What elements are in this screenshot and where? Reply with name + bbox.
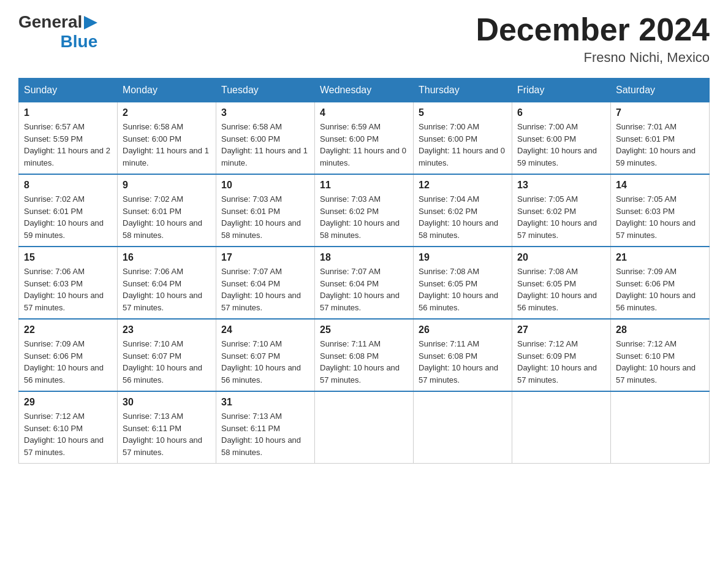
day-info: Sunrise: 7:01 AMSunset: 6:01 PMDaylight:… bbox=[616, 121, 704, 169]
calendar-day-cell bbox=[611, 391, 710, 464]
calendar-day-cell: 21Sunrise: 7:09 AMSunset: 6:06 PMDayligh… bbox=[611, 247, 710, 319]
calendar-day-cell: 7Sunrise: 7:01 AMSunset: 6:01 PMDaylight… bbox=[611, 102, 710, 175]
logo: General Blue bbox=[18, 12, 97, 52]
calendar-day-cell: 4Sunrise: 6:59 AMSunset: 6:00 PMDaylight… bbox=[315, 102, 414, 175]
day-number: 28 bbox=[616, 324, 704, 335]
column-header-saturday: Saturday bbox=[611, 79, 710, 102]
day-info: Sunrise: 7:00 AMSunset: 6:00 PMDaylight:… bbox=[419, 121, 507, 169]
day-number: 12 bbox=[419, 180, 507, 191]
calendar-week-row: 8Sunrise: 7:02 AMSunset: 6:01 PMDaylight… bbox=[19, 174, 710, 247]
day-info: Sunrise: 7:04 AMSunset: 6:02 PMDaylight:… bbox=[419, 193, 507, 241]
day-number: 16 bbox=[123, 252, 211, 263]
calendar-day-cell: 18Sunrise: 7:07 AMSunset: 6:04 PMDayligh… bbox=[315, 247, 414, 319]
day-info: Sunrise: 7:12 AMSunset: 6:10 PMDaylight:… bbox=[24, 410, 112, 458]
calendar-day-cell bbox=[512, 391, 611, 464]
day-info: Sunrise: 7:05 AMSunset: 6:02 PMDaylight:… bbox=[517, 193, 605, 241]
logo-general: General bbox=[18, 12, 82, 32]
day-number: 22 bbox=[24, 324, 112, 335]
day-info: Sunrise: 7:08 AMSunset: 6:05 PMDaylight:… bbox=[419, 266, 507, 313]
day-info: Sunrise: 7:06 AMSunset: 6:04 PMDaylight:… bbox=[123, 266, 211, 313]
calendar-day-cell: 16Sunrise: 7:06 AMSunset: 6:04 PMDayligh… bbox=[118, 247, 216, 319]
day-number: 17 bbox=[221, 252, 309, 263]
day-number: 21 bbox=[616, 252, 704, 263]
column-header-monday: Monday bbox=[118, 79, 216, 102]
calendar-day-cell: 9Sunrise: 7:02 AMSunset: 6:01 PMDaylight… bbox=[118, 174, 216, 247]
day-number: 26 bbox=[419, 324, 507, 335]
day-info: Sunrise: 7:00 AMSunset: 6:00 PMDaylight:… bbox=[517, 121, 605, 169]
day-number: 2 bbox=[123, 107, 211, 118]
day-info: Sunrise: 6:59 AMSunset: 6:00 PMDaylight:… bbox=[320, 121, 408, 169]
day-info: Sunrise: 6:57 AMSunset: 5:59 PMDaylight:… bbox=[24, 121, 112, 169]
day-number: 19 bbox=[419, 252, 507, 263]
calendar-day-cell: 24Sunrise: 7:10 AMSunset: 6:07 PMDayligh… bbox=[216, 319, 315, 391]
day-info: Sunrise: 6:58 AMSunset: 6:00 PMDaylight:… bbox=[123, 121, 211, 169]
calendar-day-cell: 22Sunrise: 7:09 AMSunset: 6:06 PMDayligh… bbox=[19, 319, 118, 391]
day-number: 23 bbox=[123, 324, 211, 335]
calendar-day-cell: 8Sunrise: 7:02 AMSunset: 6:01 PMDaylight… bbox=[19, 174, 118, 247]
calendar-day-cell: 6Sunrise: 7:00 AMSunset: 6:00 PMDaylight… bbox=[512, 102, 611, 175]
calendar-day-cell: 12Sunrise: 7:04 AMSunset: 6:02 PMDayligh… bbox=[414, 174, 512, 247]
day-number: 25 bbox=[320, 324, 408, 335]
day-info: Sunrise: 7:08 AMSunset: 6:05 PMDaylight:… bbox=[517, 266, 605, 313]
calendar-week-row: 22Sunrise: 7:09 AMSunset: 6:06 PMDayligh… bbox=[19, 319, 710, 391]
day-info: Sunrise: 7:05 AMSunset: 6:03 PMDaylight:… bbox=[616, 193, 704, 241]
calendar-day-cell: 2Sunrise: 6:58 AMSunset: 6:00 PMDaylight… bbox=[118, 102, 216, 175]
calendar-day-cell: 10Sunrise: 7:03 AMSunset: 6:01 PMDayligh… bbox=[216, 174, 315, 247]
day-info: Sunrise: 7:07 AMSunset: 6:04 PMDaylight:… bbox=[320, 266, 408, 313]
day-info: Sunrise: 6:58 AMSunset: 6:00 PMDaylight:… bbox=[221, 121, 309, 169]
day-number: 29 bbox=[24, 397, 112, 408]
column-header-thursday: Thursday bbox=[414, 79, 512, 102]
column-header-sunday: Sunday bbox=[19, 79, 118, 102]
day-info: Sunrise: 7:13 AMSunset: 6:11 PMDaylight:… bbox=[123, 410, 211, 458]
day-number: 3 bbox=[221, 107, 309, 118]
day-number: 7 bbox=[616, 107, 704, 118]
day-info: Sunrise: 7:07 AMSunset: 6:04 PMDaylight:… bbox=[221, 266, 309, 313]
day-number: 4 bbox=[320, 107, 408, 118]
calendar-day-cell: 20Sunrise: 7:08 AMSunset: 6:05 PMDayligh… bbox=[512, 247, 611, 319]
day-info: Sunrise: 7:06 AMSunset: 6:03 PMDaylight:… bbox=[24, 266, 112, 313]
calendar-week-row: 29Sunrise: 7:12 AMSunset: 6:10 PMDayligh… bbox=[19, 391, 710, 464]
calendar-day-cell: 1Sunrise: 6:57 AMSunset: 5:59 PMDaylight… bbox=[19, 102, 118, 175]
day-info: Sunrise: 7:12 AMSunset: 6:10 PMDaylight:… bbox=[616, 338, 704, 386]
column-header-wednesday: Wednesday bbox=[315, 79, 414, 102]
day-info: Sunrise: 7:09 AMSunset: 6:06 PMDaylight:… bbox=[616, 266, 704, 313]
calendar-day-cell: 28Sunrise: 7:12 AMSunset: 6:10 PMDayligh… bbox=[611, 319, 710, 391]
title-section: December 2024 Fresno Nichi, Mexico bbox=[476, 12, 710, 66]
day-info: Sunrise: 7:10 AMSunset: 6:07 PMDaylight:… bbox=[221, 338, 309, 386]
calendar-day-cell: 11Sunrise: 7:03 AMSunset: 6:02 PMDayligh… bbox=[315, 174, 414, 247]
calendar-day-cell: 25Sunrise: 7:11 AMSunset: 6:08 PMDayligh… bbox=[315, 319, 414, 391]
day-info: Sunrise: 7:11 AMSunset: 6:08 PMDaylight:… bbox=[320, 338, 408, 386]
day-number: 10 bbox=[221, 180, 309, 191]
calendar-day-cell: 15Sunrise: 7:06 AMSunset: 6:03 PMDayligh… bbox=[19, 247, 118, 319]
day-info: Sunrise: 7:02 AMSunset: 6:01 PMDaylight:… bbox=[123, 193, 211, 241]
day-number: 24 bbox=[221, 324, 309, 335]
day-number: 9 bbox=[123, 180, 211, 191]
column-header-friday: Friday bbox=[512, 79, 611, 102]
calendar-table: SundayMondayTuesdayWednesdayThursdayFrid… bbox=[18, 78, 710, 464]
day-info: Sunrise: 7:03 AMSunset: 6:01 PMDaylight:… bbox=[221, 193, 309, 241]
calendar-day-cell: 23Sunrise: 7:10 AMSunset: 6:07 PMDayligh… bbox=[118, 319, 216, 391]
day-number: 27 bbox=[517, 324, 605, 335]
calendar-day-cell: 13Sunrise: 7:05 AMSunset: 6:02 PMDayligh… bbox=[512, 174, 611, 247]
day-info: Sunrise: 7:11 AMSunset: 6:08 PMDaylight:… bbox=[419, 338, 507, 386]
calendar-day-cell bbox=[315, 391, 414, 464]
calendar-day-cell: 30Sunrise: 7:13 AMSunset: 6:11 PMDayligh… bbox=[118, 391, 216, 464]
calendar-day-cell: 26Sunrise: 7:11 AMSunset: 6:08 PMDayligh… bbox=[414, 319, 512, 391]
column-header-tuesday: Tuesday bbox=[216, 79, 315, 102]
calendar-header-row: SundayMondayTuesdayWednesdayThursdayFrid… bbox=[19, 79, 710, 102]
day-number: 5 bbox=[419, 107, 507, 118]
day-info: Sunrise: 7:12 AMSunset: 6:09 PMDaylight:… bbox=[517, 338, 605, 386]
calendar-week-row: 15Sunrise: 7:06 AMSunset: 6:03 PMDayligh… bbox=[19, 247, 710, 319]
calendar-day-cell: 31Sunrise: 7:13 AMSunset: 6:11 PMDayligh… bbox=[216, 391, 315, 464]
calendar-day-cell: 5Sunrise: 7:00 AMSunset: 6:00 PMDaylight… bbox=[414, 102, 512, 175]
calendar-day-cell: 3Sunrise: 6:58 AMSunset: 6:00 PMDaylight… bbox=[216, 102, 315, 175]
day-number: 30 bbox=[123, 397, 211, 408]
svg-marker-0 bbox=[84, 16, 97, 29]
logo-blue: Blue bbox=[61, 32, 98, 52]
day-number: 1 bbox=[24, 107, 112, 118]
day-number: 6 bbox=[517, 107, 605, 118]
calendar-day-cell bbox=[414, 391, 512, 464]
day-number: 14 bbox=[616, 180, 704, 191]
logo-arrow-icon bbox=[84, 16, 97, 29]
day-number: 20 bbox=[517, 252, 605, 263]
